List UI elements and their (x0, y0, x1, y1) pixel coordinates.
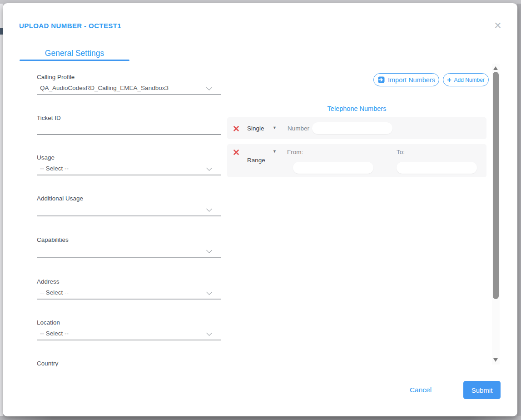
plus-icon: + (447, 77, 451, 83)
add-number-button[interactable]: + Add Number (443, 73, 489, 86)
type-dropdown-icon[interactable]: ▼ (273, 149, 277, 154)
single-number-input[interactable] (312, 122, 392, 134)
field-underline (37, 299, 221, 300)
row-type-value: Single (247, 125, 264, 132)
field-label: Capabilities (37, 236, 221, 243)
backdrop-right (517, 4, 521, 416)
number-label: Number (288, 125, 309, 132)
chevron-down-icon (206, 165, 212, 171)
usage-select[interactable]: -- Select -- (40, 165, 218, 174)
field-underline (37, 94, 221, 95)
close-icon[interactable]: × (491, 19, 505, 33)
selected-value: -- Select -- (40, 289, 69, 296)
field-underline (37, 175, 221, 175)
scrollbar[interactable] (492, 64, 500, 365)
field-label: Address (37, 278, 221, 285)
number-row-range: Range ▼ From: To: (227, 144, 486, 177)
selected-value: QA_AudioCodesRD_Calling_EMEA_Sandbox3 (40, 85, 169, 91)
telephone-numbers-heading: Telephone Numbers (227, 105, 486, 112)
remove-row-icon[interactable] (233, 125, 239, 132)
field-capabilities: Capabilities (37, 236, 221, 243)
chevron-down-icon (206, 247, 212, 253)
add-number-label: Add Number (454, 77, 484, 83)
chevron-down-icon (206, 206, 212, 212)
field-label: Ticket ID (37, 115, 221, 121)
scrollbar-thumb[interactable] (493, 72, 499, 299)
number-row-single: Single ▼ Number (227, 117, 486, 139)
ticket-id-input[interactable] (40, 125, 218, 134)
range-from-input[interactable] (293, 162, 373, 174)
field-ticket-id: Ticket ID (37, 115, 221, 121)
field-underline (37, 134, 221, 135)
import-numbers-label: Import Numbers (388, 76, 435, 84)
additional-usage-select[interactable] (40, 206, 218, 215)
selected-value: -- Select -- (40, 165, 69, 172)
remove-row-icon[interactable] (233, 149, 239, 155)
submit-button[interactable]: Submit (463, 381, 501, 399)
field-label: Usage (37, 154, 221, 161)
field-calling-profile: Calling Profile QA_AudioCodesRD_Calling_… (37, 74, 221, 80)
modal-scroll-content: Calling Profile QA_AudioCodesRD_Calling_… (3, 65, 507, 366)
selected-value: -- Select -- (40, 330, 69, 337)
scroll-up-icon[interactable] (493, 66, 498, 70)
type-dropdown-icon[interactable]: ▼ (273, 125, 277, 130)
tab-general-settings[interactable]: General Settings (20, 49, 129, 58)
to-label: To: (397, 149, 405, 155)
field-label: Additional Usage (37, 195, 221, 202)
chevron-down-icon (206, 289, 212, 295)
chevron-down-icon (206, 85, 212, 90)
location-select[interactable]: -- Select -- (40, 330, 218, 339)
import-icon (377, 76, 385, 84)
capabilities-select[interactable] (40, 247, 218, 256)
field-underline (37, 340, 221, 340)
modal-title: UPLOAD NUMBER - OCTEST1 (19, 22, 121, 30)
from-label: From: (287, 149, 303, 155)
field-address: Address -- Select -- (37, 278, 221, 285)
import-numbers-button[interactable]: Import Numbers (373, 73, 439, 86)
calling-profile-select[interactable]: QA_AudioCodesRD_Calling_EMEA_Sandbox3 (40, 85, 218, 93)
field-label: Country (37, 360, 221, 366)
address-select[interactable]: -- Select -- (40, 289, 218, 298)
field-additional-usage: Additional Usage (37, 195, 221, 202)
chevron-down-icon (206, 330, 212, 336)
field-label: Calling Profile (37, 74, 221, 80)
cancel-button[interactable]: Cancel (398, 386, 443, 394)
field-usage: Usage -- Select -- (37, 154, 221, 161)
row-type-value: Range (247, 157, 265, 164)
upload-number-modal: UPLOAD NUMBER - OCTEST1 × General Settin… (3, 3, 517, 416)
field-label: Location (37, 319, 221, 326)
scroll-down-icon[interactable] (493, 358, 498, 362)
tab-active-underline (20, 60, 129, 61)
range-to-input[interactable] (397, 162, 477, 174)
field-underline (37, 257, 221, 258)
field-underline (37, 215, 221, 216)
field-location: Location -- Select -- (37, 319, 221, 326)
field-country: Country (37, 360, 221, 366)
backdrop-bottom (0, 416, 521, 420)
